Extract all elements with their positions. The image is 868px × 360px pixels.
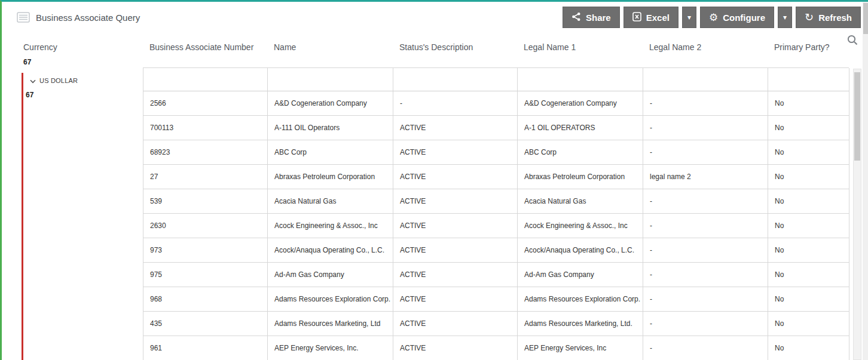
column-header-row: Business Associate NumberNameStatus's De… — [143, 33, 849, 67]
group-node-us-dollar[interactable]: US DOLLAR — [26, 75, 143, 86]
toolbar: Share Excel ▾ ⚙ Configure — [563, 7, 861, 28]
table-cell: No — [768, 336, 849, 360]
share-button[interactable]: Share — [563, 7, 620, 28]
table-cell: - — [643, 312, 768, 336]
table-cell: AEP Energy Services, Inc — [518, 336, 643, 360]
table-row[interactable]: 975Ad-Am Gas CompanyACTIVEAd-Am Gas Comp… — [143, 263, 849, 287]
table-row[interactable]: 27Abraxas Petroleum CorporationACTIVEAbr… — [143, 165, 849, 189]
table-cell: ACTIVE — [393, 312, 518, 336]
table-cell: A-1 OIL OPERATORS — [518, 116, 643, 140]
table-cell: Abraxas Petroleum Corporation — [268, 165, 393, 189]
table-cell: Ad-Am Gas Company — [518, 263, 643, 287]
menu-icon[interactable] — [17, 12, 30, 23]
excel-button-group: Excel ▾ — [624, 7, 696, 28]
filter-cell — [518, 68, 643, 91]
table-cell: - — [643, 91, 768, 116]
refresh-button-label: Refresh — [818, 13, 852, 23]
table-cell: No — [768, 312, 849, 336]
filter-row — [143, 67, 849, 91]
table-cell: No — [768, 116, 849, 140]
column-header[interactable]: Legal Name 1 — [517, 33, 643, 67]
table-cell: A&D Cogeneration Company — [518, 91, 643, 116]
table-cell: ACTIVE — [393, 140, 518, 165]
table-cell: - — [393, 91, 518, 116]
table-cell: No — [768, 263, 849, 287]
table-cell: 27 — [143, 165, 268, 189]
table-cell: ACTIVE — [393, 214, 518, 238]
table-cell: No — [768, 189, 849, 214]
configure-button[interactable]: ⚙ Configure — [700, 7, 774, 28]
table-cell: 435 — [143, 312, 268, 336]
table-cell: No — [768, 214, 849, 238]
table-cell: ACTIVE — [393, 238, 518, 263]
table-cell: ACTIVE — [393, 116, 518, 140]
currency-total-count: 67 — [23, 58, 143, 66]
chevron-down-icon[interactable] — [30, 75, 36, 86]
caret-down-icon: ▾ — [783, 14, 787, 21]
table-row[interactable]: 968Adams Resources Exploration Corp.ACTI… — [143, 287, 849, 312]
table-cell: - — [643, 263, 768, 287]
table-row[interactable]: 68923ABC CorpACTIVEABC Corp-No — [143, 140, 849, 165]
table-row[interactable]: 973Acock/Anaqua Operating Co., L.C.ACTIV… — [143, 238, 849, 263]
column-header[interactable]: Name — [267, 33, 393, 67]
column-filter-input[interactable] — [143, 68, 267, 91]
table-cell: legal name 2 — [643, 165, 768, 189]
table-cell: No — [768, 165, 849, 189]
configure-button-label: Configure — [723, 13, 765, 23]
table-cell: - — [643, 336, 768, 360]
table-row[interactable]: 435Adams Resources Marketing, LtdACTIVEA… — [143, 312, 849, 336]
table-cell: Adams Resources Exploration Corp. — [268, 287, 393, 312]
table-cell: - — [643, 214, 768, 238]
table-cell: 68923 — [143, 140, 268, 165]
table-cell: ABC Corp — [518, 140, 643, 165]
page-scrollbar[interactable] — [863, 2, 868, 360]
column-header[interactable]: Status's Description — [393, 33, 517, 67]
table-cell: Acock/Anaqua Operating Co., L.C. — [518, 238, 643, 263]
group-count: 67 — [26, 91, 143, 99]
excel-button-label: Excel — [646, 13, 670, 23]
table-cell: AEP Energy Services, Inc. — [268, 336, 393, 360]
table-row[interactable]: 2566A&D Cogeneration Company-A&D Cogener… — [143, 91, 849, 116]
grid-scrollbar[interactable] — [853, 69, 861, 360]
column-header[interactable]: Legal Name 2 — [643, 33, 768, 67]
column-header[interactable]: Business Associate Number — [143, 33, 267, 67]
table-row[interactable]: 700113A-111 OIL OperatorsACTIVEA-1 OIL O… — [143, 116, 849, 140]
column-filter-input[interactable] — [643, 68, 768, 91]
excel-dropdown-button[interactable]: ▾ — [682, 7, 696, 28]
table-cell: Ad-Am Gas Company — [268, 263, 393, 287]
table-cell: No — [768, 238, 849, 263]
table-cell: Acock/Anaqua Operating Co., L.C. — [268, 238, 393, 263]
table-cell: Acacia Natural Gas — [268, 189, 393, 214]
excel-button[interactable]: Excel — [624, 7, 678, 28]
refresh-icon: ↻ — [805, 12, 814, 23]
filter-cell — [768, 68, 849, 91]
currency-group-panel: Currency 67 US DOLLAR 67 — [4, 33, 143, 360]
filter-cell — [643, 68, 768, 91]
table-cell: No — [768, 140, 849, 165]
configure-dropdown-button[interactable]: ▾ — [778, 7, 792, 28]
filter-cell — [393, 68, 518, 91]
table-cell: ACTIVE — [393, 287, 518, 312]
currency-column-header[interactable]: Currency — [23, 42, 143, 52]
table-row[interactable]: 961AEP Energy Services, Inc.ACTIVEAEP En… — [143, 336, 849, 360]
table-row[interactable]: 539Acacia Natural GasACTIVEAcacia Natura… — [143, 189, 849, 214]
column-filter-input[interactable] — [768, 68, 849, 91]
table-cell: Acock Engineering & Assoc., Inc — [268, 214, 393, 238]
table-cell: ABC Corp — [268, 140, 393, 165]
table-cell: - — [643, 287, 768, 312]
page-scrollbar-thumb[interactable] — [863, 3, 868, 34]
refresh-button[interactable]: ↻ Refresh — [796, 7, 861, 28]
column-header[interactable]: Primary Party? — [768, 33, 849, 67]
share-button-label: Share — [586, 13, 611, 23]
column-filter-input[interactable] — [518, 68, 643, 91]
currency-group-section: US DOLLAR 67 — [22, 73, 143, 360]
column-filter-input[interactable] — [393, 68, 517, 91]
grid-scrollbar-thumb[interactable] — [854, 72, 860, 161]
table-row[interactable]: 2630Acock Engineering & Assoc., IncACTIV… — [143, 214, 849, 238]
grid-body: 2566A&D Cogeneration Company-A&D Cogener… — [143, 91, 849, 360]
column-filter-input[interactable] — [268, 68, 393, 91]
search-icon[interactable] — [846, 34, 858, 46]
page-title: Business Associate Query — [36, 13, 140, 23]
table-cell: 2566 — [143, 91, 268, 116]
table-cell: Acacia Natural Gas — [518, 189, 643, 214]
